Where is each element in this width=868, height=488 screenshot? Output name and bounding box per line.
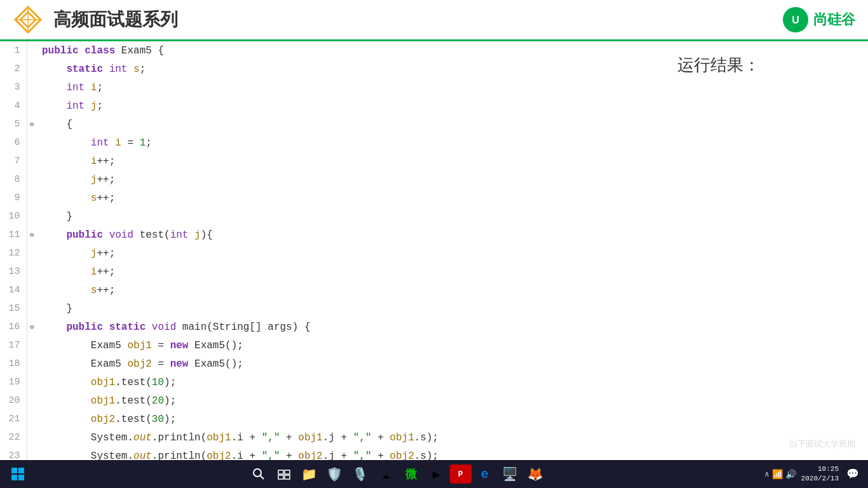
wechat-button[interactable]: 微	[399, 462, 423, 486]
svg-rect-6	[11, 468, 17, 473]
table-row: 17 Exam5 obj1 = new Exam5();	[0, 336, 665, 355]
code-area: 1 public class Exam5 { 2 static int s; 3…	[0, 41, 665, 460]
video-button[interactable]: ▶️	[424, 462, 449, 486]
network-button[interactable]: 🖥️	[498, 462, 522, 486]
svg-point-10	[254, 469, 261, 477]
result-area: 运行结果：	[665, 41, 868, 460]
table-row: 8 j++;	[0, 170, 665, 189]
security-button[interactable]: 🛡️	[323, 462, 347, 486]
table-row: 19 obj1.test(10);	[0, 373, 665, 391]
file-explorer-button[interactable]: 📁	[297, 462, 322, 486]
table-row: 14 s++;	[0, 281, 665, 299]
table-row: 5 ⊖ {	[0, 115, 665, 133]
cloud-button[interactable]: ☁️	[374, 462, 398, 486]
header: 高频面试题系列 U 尚硅谷	[0, 0, 868, 41]
taskbar-left	[6, 463, 29, 485]
logo-diamond	[13, 4, 43, 35]
table-row: 10 }	[0, 207, 665, 226]
table-row: 7 i++;	[0, 152, 665, 170]
code-table: 1 public class Exam5 { 2 static int s; 3…	[0, 41, 665, 460]
table-row: 4 int j;	[0, 97, 665, 115]
firefox-button[interactable]: 🦊	[524, 462, 548, 486]
logo-right-text: 尚硅谷	[813, 10, 855, 29]
clock[interactable]: 10:25 2020/2/13	[801, 464, 839, 484]
svg-rect-9	[18, 475, 24, 480]
svg-rect-7	[18, 468, 24, 473]
search-icon	[252, 468, 265, 480]
table-row: 22 System.out.println(obj1.i + "," + obj…	[0, 428, 665, 447]
clock-time: 10:25	[801, 464, 839, 474]
table-row: 21 obj2.test(30);	[0, 410, 665, 428]
svg-rect-14	[278, 475, 283, 479]
svg-rect-8	[11, 475, 17, 480]
svg-rect-13	[285, 470, 290, 474]
table-row: 2 static int s;	[0, 60, 665, 78]
svg-line-11	[260, 476, 264, 480]
windows-icon	[11, 467, 25, 481]
start-button[interactable]	[6, 463, 29, 485]
atguigu-logo: U	[782, 6, 810, 34]
clock-date: 2020/2/13	[801, 474, 839, 484]
table-row: 15 }	[0, 299, 665, 318]
taskbar-icons: 📁 🛡️ 🎙️ ☁️ 微 ▶️ P e 🖥️ 🦊	[247, 462, 548, 486]
svg-rect-12	[278, 470, 283, 474]
table-row: 18 Exam5 obj2 = new Exam5();	[0, 355, 665, 373]
network-tray-icon[interactable]: 📶	[772, 469, 783, 480]
table-row: 23 System.out.println(obj2.i + "," + obj…	[0, 447, 665, 460]
svg-text:U: U	[792, 15, 799, 25]
header-left: 高频面试题系列	[13, 4, 178, 35]
search-taskbar-button[interactable]	[247, 462, 271, 486]
table-row: 20 obj1.test(20);	[0, 391, 665, 410]
task-view-icon	[278, 468, 290, 480]
edge-button[interactable]: e	[473, 462, 497, 486]
table-row: 16 ⊖ public static void main(String[] ar…	[0, 318, 665, 336]
notification-button[interactable]: 💬	[844, 468, 862, 480]
table-row: 3 int i;	[0, 78, 665, 97]
taskbar: 📁 🛡️ 🎙️ ☁️ 微 ▶️ P e 🖥️ 🦊 ∧ 📶 🔊 10:25 20	[0, 460, 868, 488]
chevron-up-icon[interactable]: ∧	[764, 470, 769, 479]
logo-right: U 尚硅谷	[782, 6, 855, 34]
table-row: 9 s++;	[0, 189, 665, 207]
svg-rect-15	[285, 475, 290, 479]
microphone-button[interactable]: 🎙️	[348, 462, 372, 486]
presentation-button[interactable]: P	[450, 464, 471, 484]
result-label: 运行结果：	[677, 55, 760, 74]
header-title: 高频面试题系列	[53, 8, 178, 32]
table-row: 12 j++;	[0, 244, 665, 262]
table-row: 11 ⊖ public void test(int j){	[0, 226, 665, 244]
table-row: 1 public class Exam5 {	[0, 41, 665, 60]
taskbar-right: ∧ 📶 🔊 10:25 2020/2/13 💬	[764, 464, 862, 484]
system-tray: ∧ 📶 🔊	[764, 469, 796, 480]
table-row: 13 i++;	[0, 262, 665, 281]
main-content: 1 public class Exam5 { 2 static int s; 3…	[0, 41, 868, 460]
volume-icon[interactable]: 🔊	[785, 469, 796, 480]
task-view-button[interactable]	[272, 462, 296, 486]
table-row: 6 int i = 1;	[0, 133, 665, 152]
